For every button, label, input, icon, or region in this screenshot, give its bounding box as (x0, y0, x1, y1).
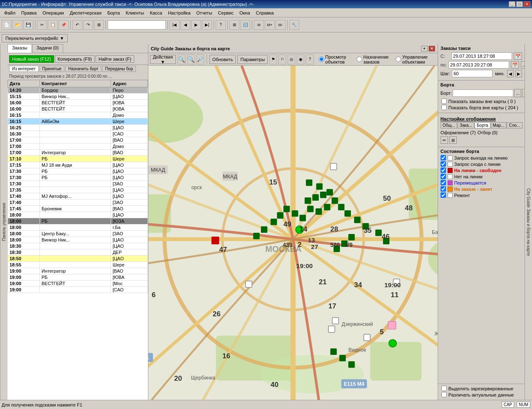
radio-view[interactable]: Просмотр объектов (319, 54, 354, 64)
menu-operations[interactable]: Операции (40, 10, 66, 16)
sub-tab-accepted[interactable]: Принятые (39, 66, 65, 72)
radio-manage[interactable]: Управление объектами (396, 54, 436, 64)
maximize-btn[interactable]: □ (516, 1, 523, 7)
tab-tasks[interactable]: Задачи (0) (32, 44, 63, 53)
toolbar-nav4[interactable]: ▶| (202, 20, 212, 30)
table-row[interactable]: 18:00г.Ба (7, 224, 148, 231)
disp-tab-orders[interactable]: Зака... (458, 122, 474, 128)
legend-check-4[interactable] (441, 180, 446, 185)
menu-windows[interactable]: Окна (237, 10, 253, 16)
menu-clients[interactable]: Клиенты (123, 10, 146, 16)
toolbar-grid[interactable]: ⊞ (229, 20, 239, 30)
table-row[interactable]: 18:00РБ[ЮЗА (7, 218, 148, 224)
table-row[interactable]: 17:10РБШере (7, 156, 148, 162)
toolbar-redo[interactable]: ↷ (83, 20, 93, 30)
toolbar-m1[interactable]: M (254, 20, 264, 30)
legend-check-6[interactable] (441, 192, 446, 198)
sub-tab-internet[interactable]: Из интернет (9, 66, 39, 72)
table-row[interactable]: 17:40MJ Автофор...[ЦАО (7, 193, 148, 200)
radio-assign-input[interactable] (357, 57, 362, 62)
menu-boards[interactable]: Борта (105, 10, 122, 16)
legend-check-5[interactable] (441, 186, 446, 192)
table-row[interactable]: 17:00Домо (7, 143, 148, 150)
legend-check-3[interactable] (441, 174, 446, 179)
table-row[interactable]: 17:30РБ[ЦАО (7, 168, 148, 175)
table-row[interactable]: 16:25[ЦАО (7, 125, 148, 131)
toolbar-cut[interactable]: ✂ (37, 20, 47, 30)
switch-interface-btn[interactable]: Переключить интерфейс ▼ (2, 34, 68, 42)
table-row[interactable]: 16:15АйБиЭмШере (7, 118, 148, 125)
toolbar-copy[interactable]: 📋 (48, 20, 58, 30)
toolbar-wrench[interactable]: 🔧 (289, 20, 299, 30)
edit-pencil-btn[interactable]: ✏ (441, 136, 448, 144)
table-row[interactable]: 17:00Интегратор[ВАО (7, 150, 148, 156)
to-calendar-btn[interactable]: 📅 (511, 61, 519, 69)
table-row[interactable]: 17:35[ЦАО (7, 187, 148, 193)
distinguish-actual-check[interactable] (441, 392, 447, 397)
table-row[interactable]: 14:20БордюрПеро (7, 87, 148, 94)
table-row[interactable]: 15:15Винкор Ник...[ЦАО (7, 94, 148, 100)
col-address[interactable]: Адрес (111, 80, 148, 87)
params-btn[interactable]: Параметры (237, 55, 268, 64)
map-tool4[interactable]: ◉ (297, 54, 304, 64)
bort-clear-btn[interactable]: ... (514, 89, 521, 97)
table-row[interactable]: 16:15Домо (7, 112, 148, 118)
table-row[interactable]: 17:45Броневик[ВАО (7, 206, 148, 212)
table-row[interactable]: 17:15MJ 18 км Ауди[ЦАО (7, 162, 148, 168)
table-row[interactable]: 16:00ВЕСТГЕЙТ[ЮВА (7, 100, 148, 106)
table-row[interactable]: 19:00РБ[ЮВА (7, 274, 148, 281)
disp-tab-layers[interactable]: Сло... (507, 122, 522, 128)
to-date-input[interactable] (448, 61, 509, 69)
from-calendar-btn[interactable]: 📅 (514, 52, 522, 60)
menu-dispatch[interactable]: Диспетчерская (67, 10, 104, 16)
table-row[interactable]: 18:30ДЕР (7, 249, 148, 256)
menu-file[interactable]: Файл (2, 10, 18, 16)
legend-check-0[interactable] (441, 155, 446, 160)
toolbar-m3[interactable]: M- (276, 20, 286, 30)
menu-help[interactable]: Справка (254, 10, 276, 16)
to-extra-btn[interactable]: ... (521, 61, 525, 69)
refresh-btn[interactable]: Обновить (209, 55, 236, 64)
show-borta-outside-check[interactable] (441, 105, 447, 110)
menu-reports[interactable]: Отчеты (194, 10, 214, 16)
toolbar-new[interactable]: 📄 (2, 20, 12, 30)
step-input[interactable] (452, 70, 493, 77)
menu-service[interactable]: Сервис (215, 10, 236, 16)
sub-tab-transferred[interactable]: Переданы бор (102, 66, 136, 72)
radio-assign[interactable]: Назначение заказов (357, 54, 392, 64)
toolbar-nav1[interactable]: |◀ (170, 20, 180, 30)
table-row[interactable]: 19:00ВЕСТГЕЙТ[Мос (7, 281, 148, 287)
order-table-container[interactable]: Дата Контрагент Адрес 14:20БордюрПеро15:… (7, 80, 148, 400)
map-plus-btn[interactable]: + (421, 46, 428, 52)
toolbar-nav3[interactable]: ▶ (191, 20, 201, 30)
toolbar-open[interactable]: 📂 (12, 20, 22, 30)
new-order-btn[interactable]: Новый заказ (F12) (9, 55, 54, 63)
table-row[interactable]: 17:30[ЗАО (7, 181, 148, 187)
disp-tab-boards[interactable]: Борта (475, 122, 490, 128)
table-row[interactable]: 18:00[ЦАО (7, 212, 148, 218)
toolbar-nav2[interactable]: ◀ (180, 20, 190, 30)
map-tool1[interactable]: ⚑ (269, 54, 277, 64)
table-row[interactable]: 18:55Шере (7, 262, 148, 268)
toolbar-save[interactable]: 💾 (23, 20, 33, 30)
table-row[interactable]: 17:30РБ[ЦАО (7, 175, 148, 181)
toolbar-extra[interactable]: ⊞ (94, 20, 104, 30)
table-row[interactable]: 18:50[ЦАО (7, 256, 148, 262)
map-tool3[interactable]: ◎ (288, 54, 295, 64)
radio-view-input[interactable] (319, 57, 324, 62)
col-contractor[interactable]: Контрагент (40, 80, 111, 87)
table-row[interactable]: 16:30[САО (7, 131, 148, 137)
disp-tab-routes[interactable]: Мар... (491, 122, 507, 128)
menu-cashier[interactable]: Касса (147, 10, 165, 16)
table-row[interactable]: 17:00[ВАО (7, 137, 148, 143)
disp-tab-general[interactable]: Общ... (441, 122, 457, 128)
find-order-btn[interactable]: Найти заказ (F) (96, 55, 134, 63)
show-orders-outside-check[interactable] (441, 99, 447, 104)
actions-btn[interactable]: Действия ▼ (150, 55, 176, 64)
legend-check-1[interactable] (441, 161, 446, 167)
table-row[interactable]: 18:30[ЦАО (7, 243, 148, 249)
map-tool2[interactable]: ⚐ (278, 54, 286, 64)
from-date-input[interactable] (451, 52, 512, 60)
table-row[interactable]: 18:00Центр Баку...[ЗАО (7, 231, 148, 237)
map-search[interactable]: 🔎 (197, 54, 204, 64)
